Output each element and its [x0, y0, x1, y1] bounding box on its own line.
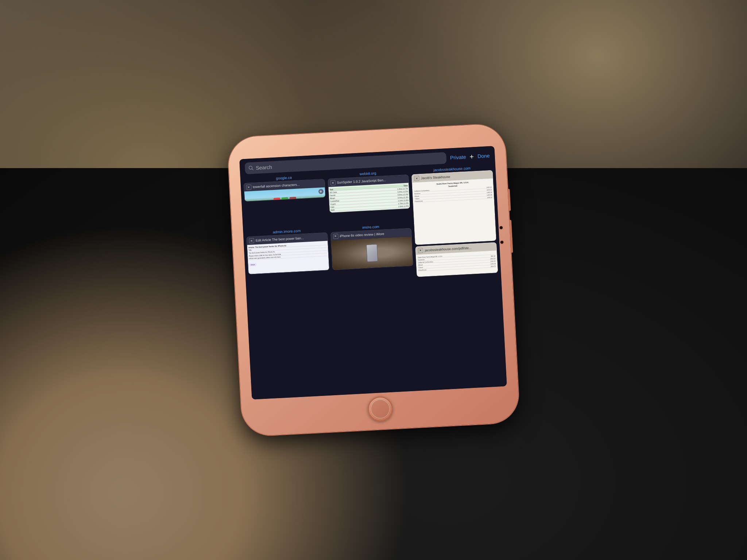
home-button-ring [370, 399, 390, 419]
admin-badge: Badge [249, 263, 256, 267]
imore-thumbnail [331, 236, 413, 269]
search-label: Search [256, 164, 272, 171]
tab-close-3[interactable]: ✕ [414, 176, 420, 181]
private-button[interactable]: Private [450, 154, 466, 160]
phone-screen: Search Private + Done google.ca ✕ to [239, 146, 507, 400]
tab-domain-4: admin.imore.com [272, 229, 301, 234]
menu-price-0: 1402 22 [487, 186, 492, 188]
iphone-device: Search Private + Done google.ca ✕ to [227, 124, 520, 437]
menu-price-2: 1402 26 [487, 191, 492, 193]
char-3 [290, 197, 297, 202]
search-icon [248, 166, 254, 171]
menu-price-1: 1402 22 [487, 188, 492, 191]
tab-domain-1: google.ca [276, 175, 292, 180]
char-1 [274, 198, 280, 202]
menu-price-4: 1402 22 [487, 196, 492, 198]
menu-item-1: Boneless [414, 192, 421, 194]
tab-card-4[interactable]: ✕ Edit Article The best power ban... Art… [246, 232, 329, 275]
tab-title-3b: jacobssteakhouse.com/pdf/ste... [425, 246, 472, 252]
done-button[interactable]: Done [477, 153, 490, 159]
tab-close-5[interactable]: ✕ [333, 234, 338, 239]
tab-preview-2: TestTime 3D Cube1.5ms ±1.7% Fannie3.4ms … [328, 183, 410, 213]
camera-lens [499, 226, 503, 230]
menu-item-3: T-Bone [415, 198, 419, 200]
new-tab-button[interactable]: + [469, 153, 474, 160]
phone-body: Search Private + Done google.ca ✕ to [227, 124, 520, 437]
menu-item-2: Ribeye [414, 195, 419, 197]
home-button[interactable] [367, 396, 393, 422]
tab-group-5: imore.com ✕ iPhone 6s video review | iMo… [330, 223, 414, 281]
tab-preview-5 [331, 236, 413, 269]
tab-group-3: jacobssteakhouse.com ✕ Jacob's Steakhous… [411, 165, 498, 277]
tab-preview-3b: Snake River Farms Wagyu 5th, U.S.A. Tend… [416, 250, 498, 276]
menu-price-3: 1402 26 [487, 194, 492, 196]
tab-card-3[interactable]: ✕ Jacob's Steakhouse Snake River Farms W… [411, 170, 496, 245]
tab-card-2[interactable]: ✕ SunSpider 1.0.2 JavaScript Ben... Test… [328, 175, 410, 213]
tab-card-1[interactable]: ✕ towerfall ascension characters... ⊕ [244, 179, 326, 202]
tab-domain-5: imore.com [362, 225, 379, 229]
tab-close-3b[interactable]: ✕ [418, 248, 423, 253]
tab-title-3: Jacob's Steakhouse [421, 175, 450, 180]
tab-close-1[interactable]: ✕ [246, 184, 252, 190]
tab-preview-3: Snake River Farms Wagyu 5th, U.S.A. Tend… [413, 179, 496, 245]
safari-tab-switcher: Search Private + Done google.ca ✕ to [239, 146, 507, 400]
svg-line-1 [252, 169, 253, 170]
flash [500, 240, 504, 244]
tab-preview-4: Article: The best power banks for iPhone… [247, 241, 329, 274]
tabs-grid: google.ca ✕ towerfall ascension characte… [240, 163, 507, 400]
phone-graphic [366, 244, 378, 262]
menu-item-4: Porterhouse [415, 200, 423, 202]
char-2 [282, 197, 289, 202]
tab-domain-2: webkit.org [360, 171, 376, 176]
tab-close-4[interactable]: ✕ [249, 238, 255, 244]
tab-card-5[interactable]: ✕ iPhone 6s video review | iMore [330, 228, 414, 270]
tab-card-3b[interactable]: ✕ jacobssteakhouse.com/pdf/ste... Snake … [415, 242, 498, 277]
pin-indicator-1: ⊕ [318, 189, 324, 194]
tab-group-2: webkit.org ✕ SunSpider 1.0.2 JavaScript … [327, 170, 411, 224]
tab-group-4: admin.imore.com ✕ Edit Article The best … [246, 227, 330, 285]
tab-close-2[interactable]: ✕ [330, 180, 336, 186]
tab-group-1: google.ca ✕ towerfall ascension characte… [243, 174, 327, 229]
